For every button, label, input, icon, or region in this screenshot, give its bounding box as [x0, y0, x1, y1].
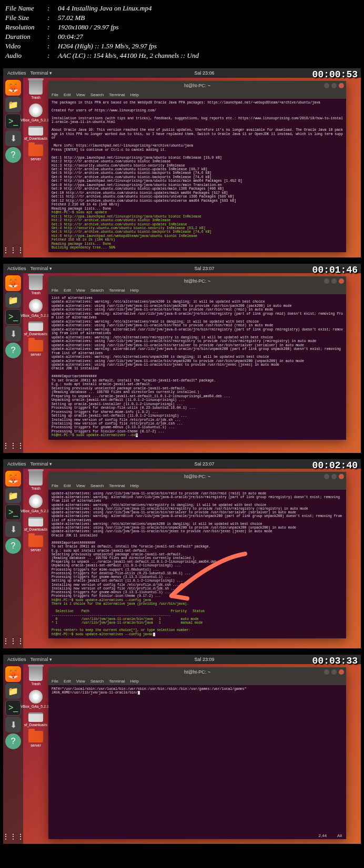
activities-button[interactable]: Activities — [7, 657, 26, 662]
terminal-window[interactable]: ht@ht-PC: ~ File Edit View Search Termin… — [48, 472, 346, 638]
help-icon[interactable]: ? — [5, 343, 21, 358]
firefox-icon[interactable]: 🦊 — [5, 471, 21, 487]
vbox-desktop-icon[interactable]: VBox_GAs_5.2.18 — [24, 494, 47, 513]
minimize-button[interactable] — [324, 83, 329, 88]
menu-search[interactable]: Search — [90, 483, 104, 488]
terminal-window[interactable]: ht@ht-PC: ~ File Edit View Search Termin… — [48, 667, 346, 839]
server-desktop-icon[interactable]: server — [24, 535, 47, 552]
vbox-desktop-icon[interactable]: VBox_GAs_5.2.18 — [24, 299, 47, 317]
menu-help[interactable]: Help — [130, 483, 138, 488]
menu-terminal[interactable]: Terminal — [109, 483, 125, 488]
apps-grid-icon[interactable]: ⋮⋮⋮ — [3, 441, 24, 450]
downloads-desktop-icon[interactable]: sf_Downloads — [24, 517, 47, 531]
close-button[interactable] — [339, 474, 344, 479]
menu-file[interactable]: File — [52, 288, 58, 293]
menu-help[interactable]: Help — [130, 92, 138, 97]
minimize-button[interactable] — [324, 474, 329, 479]
files-icon[interactable]: 📁 — [5, 292, 21, 308]
menu-edit[interactable]: Edit — [64, 679, 71, 684]
files-icon[interactable]: 📁 — [5, 683, 21, 699]
menu-help[interactable]: Help — [130, 288, 138, 293]
trash-desktop-icon[interactable]: Trash — [24, 471, 47, 490]
activities-button[interactable]: Activities — [7, 461, 26, 467]
terminal-output[interactable]: The packages in this PPA are based on th… — [48, 99, 346, 252]
trash-desktop-icon[interactable]: Trash — [24, 666, 47, 686]
menu-edit[interactable]: Edit — [64, 92, 71, 97]
terminal-app-indicator[interactable]: Terminal ▾ — [31, 461, 53, 467]
clock[interactable]: Sal 23:09 — [52, 657, 357, 662]
activities-button[interactable]: Activities — [7, 266, 26, 271]
maximize-button[interactable] — [331, 278, 337, 284]
maximize-button[interactable] — [331, 669, 337, 675]
trash-desktop-icon[interactable]: Trash — [24, 275, 47, 295]
terminal-app-indicator[interactable]: Terminal ▾ — [31, 266, 53, 271]
menu-file[interactable]: File — [52, 679, 58, 684]
files-icon[interactable]: 📁 — [5, 97, 21, 112]
firefox-icon[interactable]: 🦊 — [5, 275, 21, 291]
terminal-icon[interactable]: >_ — [5, 504, 21, 520]
terminal-app-indicator[interactable]: Terminal ▾ — [31, 70, 53, 76]
clock[interactable]: Sal 23:06 — [52, 70, 357, 76]
minimize-button[interactable] — [324, 669, 329, 675]
terminal-window[interactable]: ht@ht-PC: ~ File Edit View Search Termin… — [48, 81, 346, 252]
apps-grid-icon[interactable]: ⋮⋮⋮ — [3, 246, 24, 254]
downloads-desktop-icon[interactable]: sf_Downloads — [24, 322, 47, 336]
close-button[interactable] — [339, 278, 344, 284]
menu-search[interactable]: Search — [90, 92, 104, 97]
help-icon[interactable]: ? — [5, 733, 21, 749]
terminal-app-indicator[interactable]: Terminal ▾ — [31, 657, 53, 662]
menu-view[interactable]: View — [76, 483, 85, 488]
maximize-button[interactable] — [331, 474, 337, 479]
menu-search[interactable]: Search — [90, 679, 104, 684]
menu-search[interactable]: Search — [90, 288, 104, 293]
menu-file[interactable]: File — [52, 92, 58, 97]
software-icon[interactable]: ⬇ — [5, 521, 21, 537]
terminal-titlebar[interactable]: ht@ht-PC: ~ — [48, 81, 346, 90]
menu-view[interactable]: View — [76, 92, 85, 97]
maximize-button[interactable] — [331, 83, 337, 88]
terminal-output[interactable]: update-alternatives: using /usr/lib/jvm/… — [48, 490, 346, 638]
menu-terminal[interactable]: Terminal — [109, 288, 125, 293]
menu-edit[interactable]: Edit — [64, 483, 71, 488]
software-icon[interactable]: ⬇ — [5, 717, 21, 732]
firefox-icon[interactable]: 🦊 — [5, 80, 21, 96]
terminal-window[interactable]: ht@ht-PC: ~ File Edit View Search Termin… — [48, 276, 346, 440]
menu-file[interactable]: File — [52, 483, 58, 488]
terminal-icon[interactable]: >_ — [5, 700, 21, 716]
close-button[interactable] — [339, 669, 344, 675]
server-desktop-icon[interactable]: server — [24, 144, 47, 161]
terminal-titlebar[interactable]: ht@ht-PC: ~ — [48, 472, 346, 481]
help-icon[interactable]: ? — [5, 147, 21, 163]
menu-help[interactable]: Help — [130, 679, 138, 684]
activities-button[interactable]: Activities — [7, 70, 26, 76]
vbox-desktop-icon[interactable]: VBox_GAs_5.2.18 — [24, 690, 47, 708]
downloads-desktop-icon[interactable]: sf_Downloads — [24, 126, 47, 140]
menu-view[interactable]: View — [76, 679, 85, 684]
close-button[interactable] — [339, 83, 344, 88]
software-icon[interactable]: ⬇ — [5, 326, 21, 342]
server-desktop-icon[interactable]: server — [24, 340, 47, 356]
terminal-output[interactable]: PATH="/usr/local/sbin:/usr/local/bin:/us… — [48, 685, 346, 832]
apps-grid-icon[interactable]: ⋮⋮⋮ — [3, 832, 24, 841]
menu-view[interactable]: View — [76, 288, 85, 293]
software-icon[interactable]: ⬇ — [5, 130, 21, 146]
firefox-icon[interactable]: 🦊 — [5, 666, 21, 682]
terminal-titlebar[interactable]: ht@ht-PC: ~ — [48, 667, 346, 677]
trash-desktop-icon[interactable]: Trash — [24, 80, 47, 99]
terminal-output[interactable]: list of alternatives update-alternatives… — [48, 294, 346, 440]
apps-grid-icon[interactable]: ⋮⋮⋮ — [3, 637, 24, 645]
menu-terminal[interactable]: Terminal — [109, 679, 125, 684]
terminal-icon[interactable]: >_ — [5, 113, 21, 129]
menu-terminal[interactable]: Terminal — [109, 92, 125, 97]
minimize-button[interactable] — [324, 278, 329, 284]
clock[interactable]: Sal 23:07 — [52, 461, 357, 467]
clock[interactable]: Sal 23:07 — [52, 266, 357, 271]
terminal-titlebar[interactable]: ht@ht-PC: ~ — [48, 276, 346, 286]
files-icon[interactable]: 📁 — [5, 488, 21, 503]
downloads-desktop-icon[interactable]: sf_Downloads — [24, 712, 47, 727]
server-desktop-icon[interactable]: server — [24, 731, 47, 747]
help-icon[interactable]: ? — [5, 538, 21, 554]
terminal-icon[interactable]: >_ — [5, 309, 21, 325]
vbox-desktop-icon[interactable]: VBox_GAs_5.2.18 — [24, 104, 47, 122]
menu-edit[interactable]: Edit — [64, 288, 71, 293]
